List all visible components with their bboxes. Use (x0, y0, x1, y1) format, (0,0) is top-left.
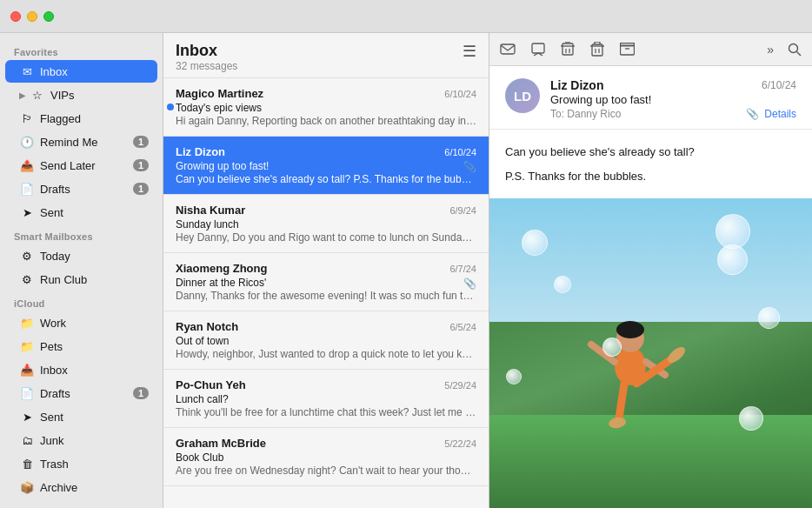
sidebar-today-label: Today (40, 250, 149, 263)
msg-subject: Book Club (176, 451, 223, 464)
message-list: Inbox 32 messages ☰ Magico Martinez 6/10… (163, 33, 489, 508)
sidebar-item-drafts-cloud[interactable]: 📄 Drafts 1 (5, 382, 157, 404)
message-item[interactable]: Magico Martinez 6/10/24 Today's epic vie… (163, 78, 489, 137)
msg-row1: Ryan Notch 6/5/24 (176, 320, 476, 333)
search-toolbar-icon[interactable] (788, 43, 802, 57)
sidebar-item-inbox[interactable]: ✉ Inbox (5, 60, 157, 83)
bubble4 (758, 307, 780, 329)
msg-date: 6/7/24 (449, 264, 476, 274)
svg-line-26 (619, 384, 624, 418)
inbox-icon: ✉ (19, 64, 35, 79)
message-item[interactable]: Graham McBride 5/22/24 Book Club Are you… (163, 428, 489, 486)
sidebar-item-junk[interactable]: 🗂 Junk (5, 429, 157, 451)
message-list-header: Inbox 32 messages ☰ (163, 33, 489, 78)
msg-row2: Sunday lunch (176, 218, 476, 231)
svg-point-19 (789, 43, 798, 52)
sidebar-item-archive[interactable]: 📦 Archive (5, 476, 157, 498)
inbox-cloud-icon: 📥 (19, 362, 35, 378)
msg-row1: Xiaomeng Zhong 6/7/24 (176, 262, 476, 275)
detail-to-row: To: Danny Rico 📎 Details (550, 108, 796, 120)
sidebar-drafts-cloud-label: Drafts (40, 387, 133, 400)
detail-subject: Growing up too fast! (550, 93, 796, 106)
details-link[interactable]: Details (764, 108, 796, 120)
msg-sender: Nisha Kumar (176, 204, 245, 217)
compose-icon[interactable] (531, 43, 545, 57)
avatar: LD (505, 78, 540, 113)
svg-rect-4 (562, 43, 573, 55)
sidebar-junk-label: Junk (40, 434, 149, 447)
svg-rect-16 (621, 46, 635, 56)
archive-icon: 📦 (19, 479, 35, 495)
detail-to: To: Danny Rico (550, 108, 621, 120)
sidebar-item-sent-cloud[interactable]: ➤ Sent (5, 405, 157, 428)
sent-icon: ➤ (19, 204, 35, 220)
delete-icon[interactable] (590, 42, 604, 57)
message-list-subtitle: 32 messages (176, 60, 237, 72)
sidebar-item-today[interactable]: ⚙ Today (5, 244, 157, 267)
msg-subject: Growing up too fast! (176, 160, 269, 172)
attachment-indicator: 📎 (746, 108, 759, 120)
msg-sender: Magico Martinez (176, 87, 263, 100)
pets-folder-icon: 📁 (19, 338, 35, 354)
msg-subject: Lunch call? (176, 393, 229, 405)
msg-preview: Hi again Danny, Reporting back on anothe… (176, 115, 476, 127)
message-item[interactable]: Ryan Notch 6/5/24 Out of town Howdy, nei… (163, 311, 489, 370)
email-photo (489, 198, 812, 508)
sky (489, 198, 812, 322)
msg-preview: Howdy, neighbor, Just wanted to drop a q… (176, 348, 476, 360)
filter-icon[interactable]: ☰ (463, 42, 476, 61)
messages-scroll[interactable]: Magico Martinez 6/10/24 Today's epic vie… (163, 78, 489, 508)
bubble7 (602, 338, 622, 357)
detail-email-header: LD Liz Dizon 6/10/24 Growing up too fast… (489, 66, 812, 130)
msg-row1: Nisha Kumar 6/9/24 (176, 204, 476, 217)
sidebar-item-vips[interactable]: ▶ ☆ VIPs (5, 84, 157, 106)
favorites-section-label: Favorites (0, 40, 163, 59)
minimize-button[interactable] (27, 11, 37, 22)
bubble5 (506, 369, 522, 384)
move-to-junk-icon[interactable] (561, 42, 575, 57)
detail-pane: » LD Liz Dizon 6/10/24 Growing up too fa… (489, 33, 812, 508)
msg-row1: Po-Chun Yeh 5/29/24 (176, 378, 476, 391)
sidebar-work-label: Work (40, 317, 149, 330)
sidebar-item-send-later[interactable]: 📤 Send Later 1 (5, 154, 157, 177)
sidebar-item-drafts[interactable]: 📄 Drafts 1 (5, 177, 157, 200)
msg-date: 6/10/24 (444, 147, 476, 157)
drafts-badge: 1 (133, 183, 149, 195)
msg-preview: Danny, Thanks for the awesome evening! I… (176, 290, 476, 302)
more-actions-icon[interactable]: » (767, 43, 772, 57)
msg-row2: Today's epic views (176, 102, 476, 115)
close-button[interactable] (10, 11, 21, 22)
msg-subject: Sunday lunch (176, 218, 239, 231)
message-item[interactable]: Xiaomeng Zhong 6/7/24 Dinner at the Rico… (163, 253, 489, 311)
star-icon: ☆ (30, 87, 45, 103)
message-item[interactable]: Liz Dizon 6/10/24 Growing up too fast! 📎… (163, 137, 489, 195)
detail-body: Can you believe she's already so tall? P… (489, 130, 812, 198)
msg-row2: Lunch call? (176, 393, 476, 406)
svg-line-20 (797, 51, 802, 56)
sidebar-item-flagged[interactable]: 🏳 Flagged (5, 107, 157, 130)
sidebar-item-run-club[interactable]: ⚙ Run Club (5, 268, 157, 291)
unread-dot (167, 104, 174, 110)
message-item[interactable]: Nisha Kumar 6/9/24 Sunday lunch Hey Dann… (163, 195, 489, 253)
sidebar-item-trash[interactable]: 🗑 Trash (5, 452, 157, 475)
sidebar-flagged-label: Flagged (40, 112, 149, 125)
sidebar-item-sent[interactable]: ➤ Sent (5, 201, 157, 224)
sidebar-archive-label: Archive (40, 481, 149, 494)
main-container: Favorites ✉ Inbox ▶ ☆ VIPs 🏳 Flagged 🕐 R… (0, 33, 812, 508)
sidebar-item-remind-me[interactable]: 🕐 Remind Me 1 (5, 130, 157, 153)
sidebar-item-pets[interactable]: 📁 Pets (5, 335, 157, 358)
msg-preview: Hey Danny, Do you and Rigo want to come … (176, 231, 476, 244)
sidebar-send-later-label: Send Later (40, 159, 133, 172)
icloud-section-label: iCloud (0, 291, 163, 311)
message-list-header-text: Inbox 32 messages (176, 42, 237, 72)
titlebar (0, 0, 812, 33)
archive-toolbar-icon[interactable] (620, 43, 635, 56)
msg-sender: Ryan Notch (176, 320, 238, 333)
maximize-button[interactable] (43, 11, 54, 22)
sidebar-item-inbox-cloud[interactable]: 📥 Inbox (5, 358, 157, 381)
msg-sender: Po-Chun Yeh (176, 378, 246, 391)
sidebar-item-work[interactable]: 📁 Work (5, 311, 157, 334)
message-item[interactable]: Po-Chun Yeh 5/29/24 Lunch call? Think yo… (163, 370, 489, 428)
reply-icon[interactable] (500, 43, 516, 57)
send-later-badge: 1 (133, 159, 149, 171)
